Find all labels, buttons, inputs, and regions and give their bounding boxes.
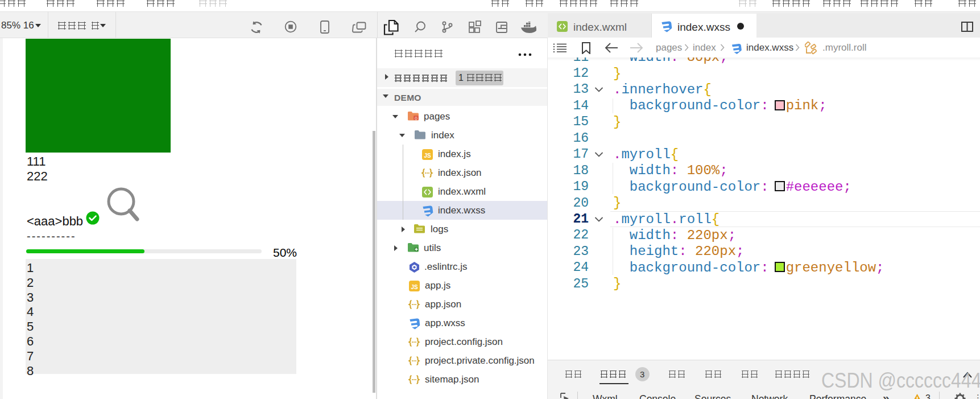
svg-text:〈〉: 〈〉 <box>415 116 417 120</box>
svg-text:JS: JS <box>411 283 418 290</box>
svg-text:JS: JS <box>424 152 431 158</box>
